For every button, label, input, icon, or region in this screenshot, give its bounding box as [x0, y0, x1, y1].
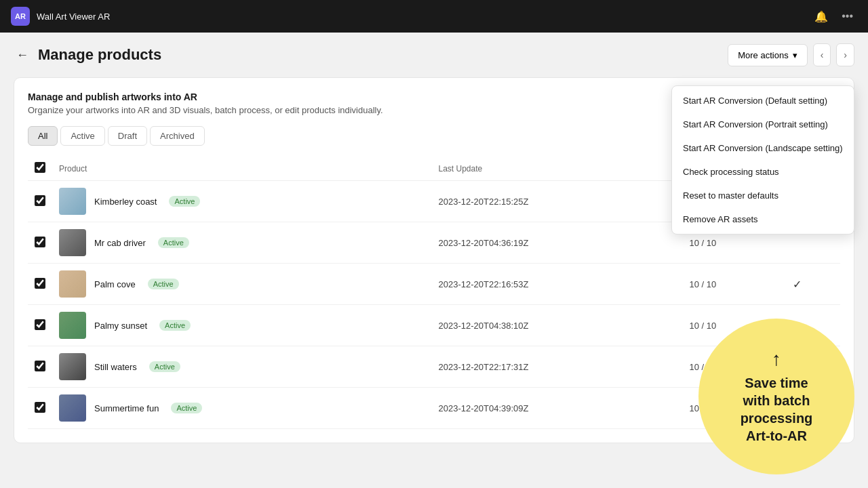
status-badge: Active — [158, 237, 189, 248]
topbar-right: 🔔 ••• — [810, 7, 857, 26]
variants-cell: 10 / 10 — [682, 264, 786, 305]
product-cell: Palm coveActive — [52, 264, 431, 305]
save-time-bubble: ↑ Save timewith batchprocessingArt-to-AR — [698, 319, 854, 474]
product-name: Mr cab driver — [94, 238, 146, 248]
app-title: Wall Art Viewer AR — [37, 12, 110, 22]
row-checkbox-cell — [28, 388, 52, 429]
product-cell: Mr cab driverActive — [52, 222, 431, 264]
prev-nav-button[interactable]: ‹ — [813, 43, 831, 66]
product-cell: Kimberley coastActive — [52, 181, 431, 222]
bubble-arrow-icon: ↑ — [772, 348, 781, 370]
page-header-left: ← Manage products — [14, 45, 161, 65]
bubble-text: Save timewith batchprocessingArt-to-AR — [741, 374, 813, 445]
product-thumbnail — [59, 229, 86, 256]
row-checkbox[interactable] — [35, 278, 45, 289]
product-name: Still waters — [94, 362, 137, 372]
last-update-cell: 2023-12-20T04:38:10Z — [431, 305, 682, 346]
product-name: Palmy sunset — [94, 321, 147, 331]
dropdown-item[interactable]: Start AR Conversion (Landscape setting) — [672, 136, 854, 160]
product-thumbnail — [59, 353, 86, 380]
dropdown-item-label: Reset to master defaults — [683, 190, 778, 201]
product-name: Summertime fun — [94, 403, 159, 413]
app-icon: AR — [11, 7, 30, 26]
last-update-cell: 2023-12-20T22:15:25Z — [431, 181, 682, 222]
more-actions-dropdown: Start AR Conversion (Default setting)Sta… — [671, 85, 854, 235]
product-cell: Summertime funActive — [52, 388, 431, 429]
topbar-left: AR Wall Art Viewer AR — [11, 7, 110, 26]
status-badge: Active — [148, 279, 179, 289]
more-actions-button[interactable]: More actions ▾ — [728, 44, 807, 66]
page-title: Manage products — [38, 46, 161, 64]
back-button[interactable]: ← — [14, 45, 31, 65]
row-checkbox[interactable] — [35, 402, 45, 413]
dropdown-item[interactable]: Check processing status — [672, 160, 854, 184]
row-checkbox[interactable] — [35, 319, 45, 330]
row-checkbox[interactable] — [35, 361, 45, 371]
next-nav-button[interactable]: › — [836, 43, 854, 66]
last-update-cell: 2023-12-20T04:36:19Z — [431, 222, 682, 264]
product-thumbnail — [59, 270, 86, 298]
row-checkbox-cell — [28, 346, 52, 388]
dropdown-item-label: Check processing status — [683, 167, 779, 177]
checkmark-icon: ✓ — [793, 279, 802, 290]
product-cell: Palmy sunsetActive — [52, 305, 431, 346]
dropdown-item-label: Start AR Conversion (Landscape setting) — [683, 143, 843, 153]
chevron-down-icon: ▾ — [793, 50, 797, 60]
last-update-cell: 2023-12-20T22:17:31Z — [431, 346, 682, 388]
dropdown-item[interactable]: Reset to master defaults — [672, 184, 854, 207]
row-checkbox-cell — [28, 181, 52, 222]
action-cell: ✓ — [786, 264, 840, 305]
page-container: ← Manage products More actions ▾ ‹ › Sta… — [0, 33, 868, 488]
row-checkbox[interactable] — [35, 195, 45, 206]
row-checkbox-cell — [28, 264, 52, 305]
dropdown-item-label: Start AR Conversion (Default setting) — [683, 96, 827, 106]
page-header-right: More actions ▾ ‹ › — [728, 43, 854, 66]
product-column-header: Product — [52, 157, 431, 181]
more-options-icon-btn[interactable]: ••• — [837, 7, 857, 25]
product-thumbnail — [59, 394, 86, 422]
page-header: ← Manage products More actions ▾ ‹ › — [14, 43, 854, 66]
product-cell: Still watersActive — [52, 346, 431, 388]
select-all-checkbox[interactable] — [35, 162, 45, 173]
row-checkbox[interactable] — [35, 237, 45, 247]
dropdown-item[interactable]: Start AR Conversion (Portrait setting) — [672, 113, 854, 136]
status-badge: Active — [149, 361, 180, 372]
filter-tab-all[interactable]: All — [28, 126, 58, 146]
status-badge: Active — [169, 196, 200, 207]
table-row[interactable]: Palmy sunsetActive2023-12-20T04:38:10Z10… — [28, 305, 840, 346]
filter-tab-active[interactable]: Active — [60, 126, 104, 146]
status-badge: Active — [171, 403, 202, 413]
row-checkbox-cell — [28, 305, 52, 346]
last-update-cell: 2023-12-20T04:39:09Z — [431, 388, 682, 429]
product-name: Palm cove — [94, 279, 136, 289]
row-checkbox-cell — [28, 222, 52, 264]
product-thumbnail — [59, 312, 86, 339]
status-badge: Active — [159, 320, 191, 331]
product-name: Kimberley coast — [94, 197, 157, 207]
last-update-column-header: Last Update — [431, 157, 682, 181]
dropdown-item[interactable]: Remove AR assets — [672, 207, 854, 231]
dropdown-item[interactable]: Start AR Conversion (Default setting) — [672, 89, 854, 113]
product-thumbnail — [59, 188, 86, 215]
last-update-cell: 2023-12-20T22:16:53Z — [431, 264, 682, 305]
table-row[interactable]: Palm coveActive2023-12-20T22:16:53Z10 / … — [28, 264, 840, 305]
select-all-header — [28, 157, 52, 181]
dropdown-item-label: Remove AR assets — [683, 214, 758, 224]
topbar: AR Wall Art Viewer AR 🔔 ••• — [0, 0, 868, 33]
filter-tab-archived[interactable]: Archived — [150, 126, 205, 146]
filter-tab-draft[interactable]: Draft — [108, 126, 147, 146]
notification-icon-btn[interactable]: 🔔 — [810, 7, 832, 26]
dropdown-item-label: Start AR Conversion (Portrait setting) — [683, 119, 828, 129]
